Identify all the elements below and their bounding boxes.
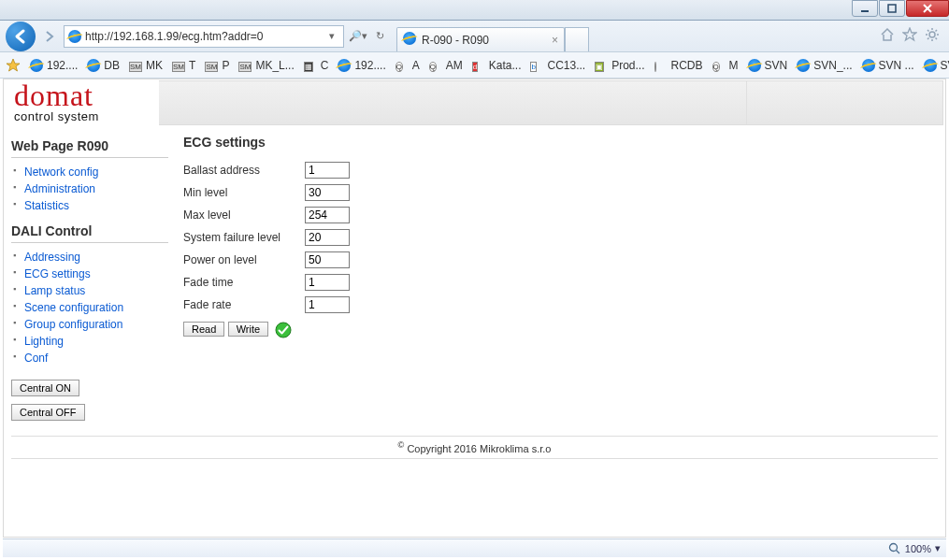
sidebar: Web Page R090 Network configAdministrati… — [11, 133, 168, 424]
favorite-item[interactable]: QAM — [429, 59, 463, 72]
sidebar-item[interactable]: Conf — [11, 350, 168, 366]
favorite-icon: SM — [129, 59, 142, 72]
home-icon[interactable] — [880, 27, 895, 45]
label-ballast-address: Ballast address — [183, 159, 305, 181]
window-close-button[interactable] — [906, 0, 949, 17]
settings-form: Ballast address Min level Max level Syst… — [183, 159, 355, 341]
sidebar-item[interactable]: Group configuration — [11, 316, 168, 333]
favorite-label: DB — [104, 59, 120, 72]
favorite-item[interactable]: dKata... — [472, 59, 522, 72]
forward-button[interactable] — [39, 24, 60, 49]
sidebar-link[interactable]: Group configuration — [24, 318, 122, 331]
zoom-dropdown-icon[interactable]: ▾ — [935, 542, 941, 554]
sidebar-link[interactable]: Statistics — [24, 199, 69, 212]
sidebar-link[interactable]: Lighting — [24, 335, 64, 348]
favorite-item[interactable]: bCC13... — [530, 59, 585, 72]
favorite-item[interactable]: 192.... — [338, 59, 385, 72]
window-maximize-button[interactable] — [879, 0, 905, 17]
favorite-icon: Q — [712, 59, 726, 72]
input-ballast-address[interactable] — [305, 162, 350, 179]
read-button[interactable]: Read — [183, 322, 224, 337]
favorite-item[interactable]: ▦C — [304, 59, 329, 72]
search-dropdown[interactable]: 🔎▾ — [348, 30, 368, 42]
favorite-item[interactable]: SMMK — [129, 59, 163, 72]
central-off-button[interactable]: Central OFF — [11, 404, 85, 421]
tab-title: R-090 - R090 — [422, 34, 546, 47]
favorite-label: C — [321, 59, 329, 72]
favorite-label: SVN — [765, 59, 788, 72]
favorite-item[interactable]: QA — [395, 59, 420, 72]
favorite-item[interactable]: SVN — [748, 59, 788, 72]
back-button[interactable] — [6, 22, 36, 51]
tools-gear-icon[interactable] — [925, 27, 940, 45]
zoom-value[interactable]: 100% — [905, 543, 931, 554]
input-max-level[interactable] — [305, 207, 350, 223]
input-system-failure-level[interactable] — [305, 229, 350, 246]
logo-subtext: control system — [14, 109, 159, 123]
tab-close-icon[interactable]: × — [552, 34, 558, 47]
favorite-item[interactable]: SVN ... — [924, 59, 949, 72]
add-favorite-icon[interactable] — [6, 58, 21, 73]
sidebar-link[interactable]: Lamp status — [24, 284, 85, 297]
url-text: http://192.168.1.99/ecg.htm?addr=0 — [85, 30, 321, 43]
sidebar-link[interactable]: Administration — [24, 182, 95, 195]
sidebar-item[interactable]: ECG settings — [11, 266, 168, 282]
url-dropdown-icon[interactable]: ▾ — [324, 30, 339, 42]
write-button[interactable]: Write — [228, 322, 268, 337]
favorite-label: M — [729, 59, 739, 72]
sidebar-link[interactable]: Conf — [24, 352, 48, 365]
label-power-on-level: Power on level — [183, 249, 305, 271]
favorite-item[interactable]: SVN ... — [862, 59, 914, 72]
sidebar-item[interactable]: Lighting — [11, 333, 168, 350]
browser-tab-active[interactable]: R-090 - R090 × — [396, 27, 565, 51]
favorite-item[interactable]: RCDB — [654, 59, 703, 72]
favorite-label: 192.... — [354, 59, 385, 72]
favorite-icon — [30, 59, 43, 72]
favorite-icon — [797, 59, 810, 72]
sidebar-link[interactable]: Scene configuration — [24, 301, 123, 314]
page-header: domat control system — [5, 80, 944, 125]
sidebar-item[interactable]: Statistics — [11, 197, 168, 214]
favorite-label: AM — [446, 59, 463, 72]
input-fade-time[interactable] — [305, 274, 350, 291]
new-tab-button[interactable] — [565, 27, 589, 51]
favorites-star-icon[interactable] — [902, 27, 917, 45]
favorite-icon — [654, 59, 668, 72]
window-minimize-button[interactable] — [852, 0, 878, 17]
address-bar[interactable]: http://192.168.1.99/ecg.htm?addr=0 ▾ — [64, 25, 344, 48]
input-power-on-level[interactable] — [305, 251, 350, 268]
svg-rect-1 — [888, 5, 896, 12]
favorite-item[interactable]: ▣Prod... — [595, 59, 644, 72]
central-on-button[interactable]: Central ON — [11, 380, 79, 396]
sidebar-link[interactable]: Addressing — [24, 251, 80, 264]
sidebar-link[interactable]: Network config — [24, 165, 98, 179]
input-fade-rate[interactable] — [305, 296, 350, 313]
favorite-label: A — [412, 59, 420, 72]
browser-status-bar: 100% ▾ — [3, 538, 946, 557]
favorite-item[interactable]: SMT — [172, 59, 195, 72]
sidebar-item[interactable]: Addressing — [11, 249, 168, 266]
header-band — [159, 80, 943, 125]
refresh-button[interactable]: ↻ — [372, 30, 387, 42]
favorite-item[interactable]: SVN_... — [797, 59, 852, 72]
input-min-level[interactable] — [305, 184, 350, 201]
sidebar-item[interactable]: Network config — [11, 164, 168, 180]
zoom-icon[interactable] — [888, 542, 901, 555]
sidebar-item[interactable]: Lamp status — [11, 282, 168, 299]
sidebar-link[interactable]: ECG settings — [24, 267, 91, 280]
svg-point-6 — [889, 543, 897, 551]
label-fade-rate: Fade rate — [183, 294, 305, 316]
favorite-item[interactable]: SMMK_L... — [238, 59, 294, 72]
footer-text: Copyright 2016 Mikroklima s.r.o — [407, 443, 551, 454]
favorite-icon — [87, 59, 100, 72]
favorite-icon: Q — [429, 59, 442, 72]
sidebar-item[interactable]: Administration — [11, 180, 168, 197]
favorite-item[interactable]: QM — [712, 59, 739, 72]
favorite-item[interactable]: 192.... — [30, 59, 78, 72]
favorite-label: RCDB — [671, 59, 703, 72]
sidebar-item[interactable]: Scene configuration — [11, 299, 168, 316]
site-ie-icon — [68, 30, 81, 43]
favorite-item[interactable]: DB — [87, 59, 120, 72]
page-footer: © Copyright 2016 Mikroklima s.r.o — [11, 436, 938, 459]
favorite-item[interactable]: SMP — [205, 59, 229, 72]
